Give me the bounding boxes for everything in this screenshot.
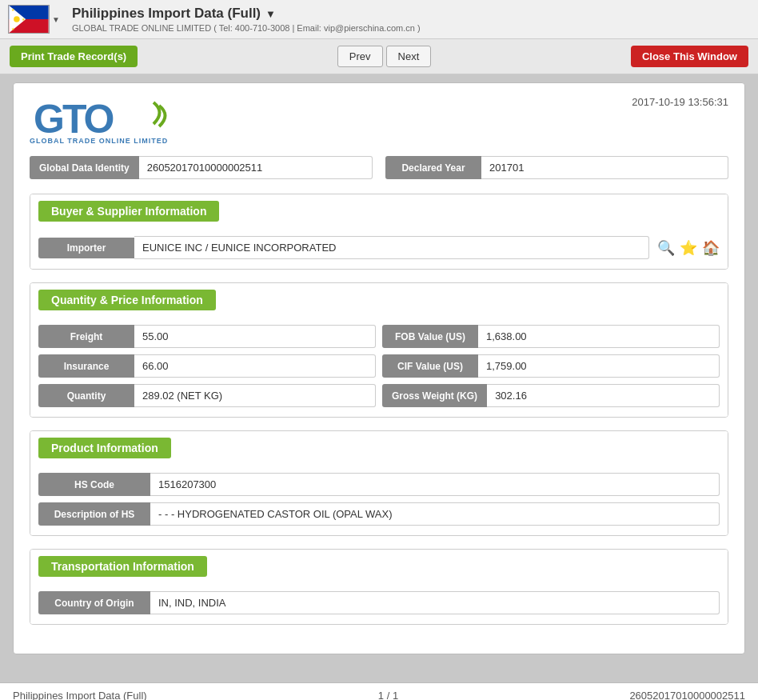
product-value-1: - - - HYDROGENATED CASTOR OIL (OPAL WAX) xyxy=(150,502,720,526)
buyer-supplier-section: Buyer & Supplier Information Importer EU… xyxy=(30,194,728,270)
qty-price-value-0: 55.00 xyxy=(134,325,376,348)
footer-center: 1 / 1 xyxy=(378,690,398,700)
declared-year-field: Declared Year 201701 xyxy=(385,156,728,179)
qty-price-field-5: Gross Weight (KG) 302.16 xyxy=(382,384,720,407)
gtc-logo-icon: GTO xyxy=(30,96,174,140)
svg-text:GTO: GTO xyxy=(34,97,114,140)
quantity-price-body: Freight 55.00 FOB Value (US) 1,638.00 In… xyxy=(30,317,728,417)
transport-value-0: IN, IND, INDIA xyxy=(150,591,720,614)
qty-price-value-3: 1,759.00 xyxy=(478,354,720,378)
header-title-area: Philippines Import Data (Full) ▼ GLOBAL … xyxy=(72,6,421,33)
transportation-section: Transportation Information Country of Or… xyxy=(30,549,728,625)
importer-row: Importer EUNICE INC / EUNICE INCORPORATE… xyxy=(38,236,720,259)
qty-price-field-4: Quantity 289.02 (NET KG) xyxy=(38,384,376,407)
declared-year-value: 201701 xyxy=(481,156,728,179)
footer-right: 26052017010000002511 xyxy=(629,690,745,700)
declared-year-label: Declared Year xyxy=(385,156,481,179)
qty-price-field-3: CIF Value (US) 1,759.00 xyxy=(382,354,720,378)
buyer-supplier-title: Buyer & Supplier Information xyxy=(38,201,219,222)
quantity-price-title: Quantity & Price Information xyxy=(38,290,216,310)
qty-price-field-1: FOB Value (US) 1,638.00 xyxy=(382,325,720,348)
logo-subtitle: GLOBAL TRADE ONLINE LIMITED xyxy=(30,137,168,145)
qty-price-label-3: CIF Value (US) xyxy=(382,354,478,378)
search-importer-icon[interactable]: 🔍 xyxy=(657,241,675,255)
svg-point-3 xyxy=(14,16,20,22)
app-title-text: Philippines Import Data (Full) xyxy=(72,6,261,22)
transportation-body: Country of Origin IN, IND, INDIA xyxy=(30,583,728,624)
flag-container: ★ ★ ★ ▼ xyxy=(8,5,60,34)
home-importer-icon[interactable]: 🏠 xyxy=(702,241,720,255)
qty-price-label-2: Insurance xyxy=(38,354,134,378)
importer-action-icons: 🔍 ⭐ 🏠 xyxy=(657,241,720,255)
buyer-supplier-header: Buyer & Supplier Information xyxy=(30,194,728,228)
qty-price-value-4: 289.02 (NET KG) xyxy=(134,384,376,407)
qty-price-label-0: Freight xyxy=(38,325,134,348)
global-data-identity-value: 26052017010000002511 xyxy=(139,156,373,179)
record-timestamp: 2017-10-19 13:56:31 xyxy=(632,96,728,108)
transport-label-0: Country of Origin xyxy=(38,591,150,614)
app-subtitle: GLOBAL TRADE ONLINE LIMITED ( Tel: 400-7… xyxy=(72,23,421,33)
flag-dropdown-arrow[interactable]: ▼ xyxy=(52,15,60,24)
identity-row: Global Data Identity 2605201701000000251… xyxy=(30,156,728,179)
global-data-identity-label: Global Data Identity xyxy=(30,156,139,179)
star-importer-icon[interactable]: ⭐ xyxy=(680,241,697,255)
close-window-button[interactable]: Close This Window xyxy=(631,46,748,67)
next-button[interactable]: Next xyxy=(386,46,432,67)
product-label-1: Description of HS xyxy=(38,502,150,526)
top-header: ★ ★ ★ ▼ Philippines Import Data (Full) ▼… xyxy=(0,0,758,39)
product-field-0: HS Code 1516207300 xyxy=(38,473,720,496)
philippines-flag-icon: ★ ★ ★ xyxy=(8,5,50,34)
qty-price-value-2: 66.00 xyxy=(134,354,376,378)
quantity-price-grid: Freight 55.00 FOB Value (US) 1,638.00 In… xyxy=(38,325,720,407)
nav-buttons: Prev Next xyxy=(337,46,431,67)
importer-value: EUNICE INC / EUNICE INCORPORATED xyxy=(134,236,649,259)
qty-price-label-1: FOB Value (US) xyxy=(382,325,478,348)
importer-label: Importer xyxy=(38,238,134,258)
toolbar: Print Trade Record(s) Prev Next Close Th… xyxy=(0,39,758,74)
toolbar-left: Print Trade Record(s) xyxy=(10,46,138,67)
main-content: GTO GLOBAL TRADE ONLINE LIMITED 2017-10-… xyxy=(0,74,758,682)
transportation-title: Transportation Information xyxy=(38,556,207,577)
quantity-price-header: Quantity & Price Information xyxy=(30,283,728,317)
product-title: Product Information xyxy=(38,438,171,458)
qty-price-value-5: 302.16 xyxy=(487,384,720,407)
global-data-identity-field: Global Data Identity 2605201701000000251… xyxy=(30,156,373,179)
logo-bar: GTO GLOBAL TRADE ONLINE LIMITED 2017-10-… xyxy=(30,96,728,145)
footer-bar: Philippines Import Data (Full) 1 / 1 260… xyxy=(0,682,758,700)
product-header: Product Information xyxy=(30,431,728,465)
qty-price-label-4: Quantity xyxy=(38,384,134,407)
logo-area: GTO GLOBAL TRADE ONLINE LIMITED xyxy=(30,96,174,145)
product-label-0: HS Code xyxy=(38,473,150,496)
transportation-header: Transportation Information xyxy=(30,550,728,583)
qty-price-value-1: 1,638.00 xyxy=(478,325,720,348)
record-card: GTO GLOBAL TRADE ONLINE LIMITED 2017-10-… xyxy=(13,82,745,654)
product-field-1: Description of HS - - - HYDROGENATED CAS… xyxy=(38,502,720,526)
product-body: HS Code 1516207300 Description of HS - -… xyxy=(30,465,728,535)
qty-price-field-0: Freight 55.00 xyxy=(38,325,376,348)
title-dropdown-icon[interactable]: ▼ xyxy=(265,8,276,20)
app-title: Philippines Import Data (Full) ▼ xyxy=(72,6,421,22)
print-button[interactable]: Print Trade Record(s) xyxy=(10,46,138,67)
qty-price-field-2: Insurance 66.00 xyxy=(38,354,376,378)
quantity-price-section: Quantity & Price Information Freight 55.… xyxy=(30,282,728,418)
prev-button[interactable]: Prev xyxy=(337,46,383,67)
buyer-supplier-body: Importer EUNICE INC / EUNICE INCORPORATE… xyxy=(30,228,728,269)
product-value-0: 1516207300 xyxy=(150,473,720,496)
product-section: Product Information HS Code 1516207300 D… xyxy=(30,430,728,536)
transport-field-0: Country of Origin IN, IND, INDIA xyxy=(38,591,720,614)
footer-left: Philippines Import Data (Full) xyxy=(13,690,147,700)
qty-price-label-5: Gross Weight (KG) xyxy=(382,384,487,407)
